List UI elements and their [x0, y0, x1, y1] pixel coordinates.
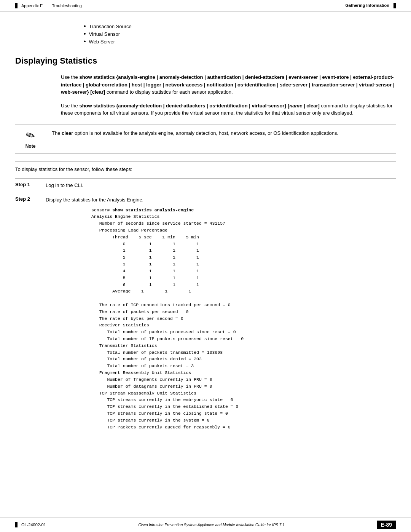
list-item: Transaction Source: [84, 23, 396, 29]
note-icon-area: ✎ Note: [15, 129, 46, 149]
note-box: ✎ Note The clear option is not available…: [15, 125, 396, 154]
step1-row: Step 1 Log in to the CLI.: [15, 178, 396, 189]
header-right: Gathering Information: [345, 3, 396, 8]
step2-label: Step 2: [15, 196, 46, 202]
section-heading: Displaying Statistics: [15, 56, 396, 66]
page-header: Appendix E Troubleshooting Gathering Inf…: [0, 0, 411, 12]
page-container: Appendix E Troubleshooting Gathering Inf…: [0, 0, 411, 532]
step2-row: Step 2 Display the statistics for the An…: [15, 193, 396, 430]
footer-page-label: E-89: [377, 521, 396, 529]
footer-part-number: OL-24002-01: [21, 522, 46, 527]
para1: Use the show statistics {analysis-engine…: [61, 73, 396, 96]
code-prompt: sensor#: [91, 208, 112, 212]
step2-content: Display the statistics for the Analysis …: [46, 196, 244, 430]
footer-left: OL-24002-01: [15, 522, 46, 527]
bullet-item-1: Transaction Source: [89, 24, 132, 29]
header-section: Troubleshooting: [52, 3, 82, 8]
footer-center: Cisco Intrusion Prevention System Applia…: [138, 523, 284, 527]
footer-bar-icon: [15, 522, 18, 527]
note-pencil-icon: ✎: [24, 128, 37, 143]
header-right-bar-icon: [393, 3, 396, 8]
list-item: Web Server: [84, 38, 396, 45]
step1-label: Step 1: [15, 182, 46, 187]
note-label: Note: [25, 144, 36, 149]
code-block: sensor# show statistics analysis-engine …: [91, 207, 244, 431]
code-body: Analysis Engine Statistics Number of sec…: [91, 214, 244, 429]
bullet-item-3: Web Server: [89, 39, 115, 45]
header-bar-icon: [15, 3, 18, 8]
code-command: show statistics analysis-engine: [112, 208, 194, 212]
header-separator: [45, 3, 49, 8]
page-footer: OL-24002-01 Cisco Intrusion Prevention S…: [0, 517, 411, 532]
header-appendix: Appendix E: [21, 3, 43, 8]
main-content: Transaction Source Virtual Sensor Web Se…: [0, 12, 411, 465]
step1-content: Log in to the CLI.: [46, 182, 83, 189]
header-left: Appendix E Troubleshooting: [15, 3, 82, 8]
header-right-section: Gathering Information: [345, 3, 389, 8]
list-item: Virtual Sensor: [84, 31, 396, 37]
steps-intro: To display statistics for the sensor, fo…: [15, 161, 396, 172]
bullet-list: Transaction Source Virtual Sensor Web Se…: [84, 23, 396, 45]
para2: Use the show statistics {anomaly-detecti…: [61, 102, 396, 117]
bullet-item-2: Virtual Sensor: [89, 31, 120, 37]
note-text: The clear option is not available for th…: [52, 129, 396, 137]
step2-text: Display the statistics for the Analysis …: [46, 197, 143, 203]
